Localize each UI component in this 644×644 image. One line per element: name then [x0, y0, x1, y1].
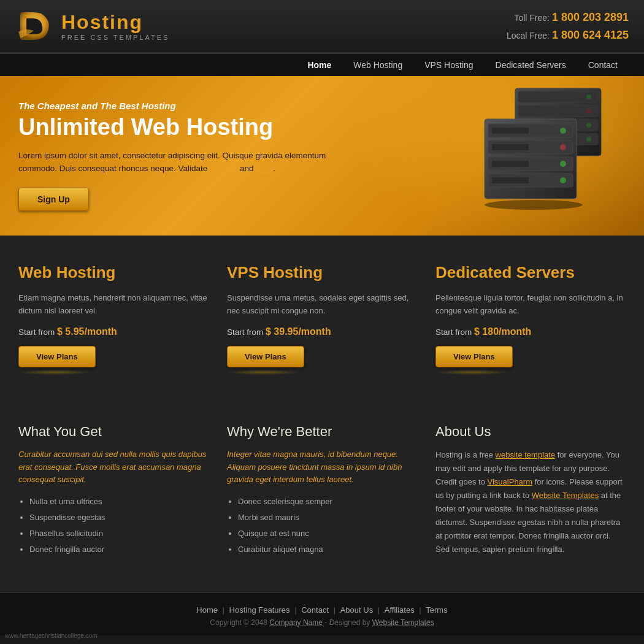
hero-tagline: The Cheapest and The Best Hosting	[18, 101, 337, 111]
about-us-card: About Us Hosting is a free website templ…	[432, 418, 629, 570]
logo-icon	[15, 6, 55, 46]
vps-hosting-price: Start from $ 39.95/month	[227, 326, 417, 337]
web-hosting-card: Web Hosting Etiam magna metus, hendrerit…	[15, 257, 212, 387]
nav-contact[interactable]: Contact	[577, 54, 629, 76]
svg-point-15	[560, 144, 566, 150]
list-item: Nulla et urna ultrices	[29, 494, 209, 510]
hero-title: Unlimited Web Hosting	[18, 115, 337, 140]
about-us-title: About Us	[435, 424, 626, 440]
svg-point-7	[586, 123, 591, 128]
svg-point-22	[485, 200, 583, 210]
company-name-link[interactable]: Company Name	[269, 618, 323, 627]
list-item: Donec fringilla auctor	[29, 542, 209, 558]
server-illustration	[460, 82, 632, 211]
nav-web-hosting[interactable]: Web Hosting	[342, 54, 413, 76]
svg-point-14	[560, 128, 566, 134]
dedicated-servers-view-plans-button[interactable]: View Plans	[435, 346, 513, 367]
svg-rect-21	[492, 177, 529, 183]
nav-dedicated-servers[interactable]: Dedicated Servers	[485, 54, 577, 76]
hero-content: The Cheapest and The Best Hosting Unlimi…	[18, 101, 337, 211]
footer-links: Home | Hosting Features | Contact | Abou…	[15, 605, 629, 615]
footer-contact-link[interactable]: Contact	[301, 605, 329, 615]
hero-description: Lorem ipsum dolor sit amet, consectetur …	[18, 149, 337, 175]
logo-title: Hosting	[61, 11, 169, 34]
footer-separator: |	[378, 605, 382, 615]
svg-rect-1	[518, 91, 598, 102]
what-you-get-desc: Curabitur accumsan dui sed nulla mollis …	[18, 448, 209, 486]
copyright-text: Copyright © 2048	[210, 618, 267, 627]
svg-point-8	[586, 137, 591, 142]
why-better-list: Donec scelerisque semper Morbi sed mauri…	[227, 494, 417, 558]
why-better-card: Why We're Better Integer vitae magna mau…	[224, 418, 420, 570]
page-header: Hosting Free CSS Templates Toll Free: 1 …	[0, 0, 644, 53]
svg-rect-18	[492, 128, 529, 134]
logo-text-area: Hosting Free CSS Templates	[61, 11, 169, 41]
vps-hosting-title: VPS Hosting	[227, 263, 417, 282]
footer-separator: |	[223, 605, 227, 615]
footer-affiliates-link[interactable]: Affiliates	[385, 605, 415, 615]
local-free-label: Local Free:	[507, 31, 550, 40]
nav-vps-hosting[interactable]: VPS Hosting	[413, 54, 484, 76]
web-hosting-price: Start from $ 5.95/month	[18, 326, 209, 337]
logo-subtitle: Free CSS Templates	[61, 34, 169, 41]
toll-free-line: Toll Free: 1 800 203 2891	[507, 9, 629, 26]
footer-terms-link[interactable]: Terms	[426, 605, 447, 615]
watermark: www.heritagechristiancollege.com	[5, 632, 98, 639]
vps-hosting-desc: Suspendisse urna metus, sodales eget sag…	[227, 292, 417, 318]
what-you-get-card: What You Get Curabitur accumsan dui sed …	[15, 418, 212, 570]
svg-point-5	[586, 94, 591, 99]
local-free-number: 1 800 624 4125	[552, 29, 629, 41]
dedicated-servers-desc: Pellentesque ligula tortor, feugiat non …	[435, 292, 626, 318]
dedicated-servers-title: Dedicated Servers	[435, 263, 626, 282]
footer-copyright: Copyright © 2048 Company Name - Designed…	[15, 618, 629, 627]
svg-rect-2	[518, 105, 598, 117]
footer-home-link[interactable]: Home	[196, 605, 218, 615]
visual-pharm-link[interactable]: VisualPharm	[488, 477, 532, 486]
css-link[interactable]: CSS	[256, 164, 273, 173]
list-item: Donec scelerisque semper	[238, 494, 417, 510]
footer-separator: |	[294, 605, 299, 615]
svg-point-16	[560, 161, 566, 167]
web-hosting-view-plans-button[interactable]: View Plans	[18, 346, 96, 367]
signup-button[interactable]: Sign Up	[18, 188, 89, 211]
list-item: Morbi sed mauris	[238, 510, 417, 526]
button-reflection	[18, 370, 92, 375]
dedicated-servers-price: Start from $ 180/month	[435, 326, 626, 337]
about-us-desc: Hosting is a free website template for e…	[435, 448, 626, 557]
what-you-get-list: Nulla et urna ultrices Suspendisse egest…	[18, 494, 209, 558]
vps-hosting-view-plans-button[interactable]: View Plans	[227, 346, 304, 367]
svg-point-17	[560, 177, 566, 183]
svg-rect-20	[492, 161, 529, 167]
logo-area: Hosting Free CSS Templates	[15, 6, 169, 46]
svg-rect-19	[492, 144, 529, 150]
footer-hosting-features-link[interactable]: Hosting Features	[229, 605, 290, 615]
what-you-get-title: What You Get	[18, 424, 209, 440]
list-item: Quisque at est nunc	[238, 526, 417, 542]
main-nav: Home Web Hosting VPS Hosting Dedicated S…	[0, 53, 644, 76]
website-templates-link[interactable]: Website Templates	[532, 491, 599, 500]
vps-hosting-card: VPS Hosting Suspendisse urna metus, soda…	[224, 257, 420, 387]
website-template-link[interactable]: website template	[496, 450, 556, 459]
svg-point-6	[586, 109, 591, 113]
toll-free-label: Toll Free:	[514, 13, 550, 23]
nav-home[interactable]: Home	[296, 54, 342, 76]
list-item: Suspendisse egestas	[29, 510, 209, 526]
web-hosting-desc: Etiam magna metus, hendrerit non aliquam…	[18, 292, 209, 318]
footer-separator: |	[334, 605, 338, 615]
footer-about-link[interactable]: About Us	[340, 605, 373, 615]
designed-by-text: - Designed by	[324, 618, 372, 627]
web-hosting-title: Web Hosting	[18, 263, 209, 282]
toll-free-number: 1 800 203 2891	[552, 11, 629, 23]
main-content: Web Hosting Etiam magna metus, hendrerit…	[0, 236, 644, 592]
why-better-desc: Integer vitae magna mauris, id bibendum …	[227, 448, 417, 486]
xhtml-link[interactable]: XHTML	[210, 164, 237, 173]
page-footer: Home | Hosting Features | Contact | Abou…	[0, 592, 644, 635]
list-item: Curabitur aliquet magna	[238, 542, 417, 558]
designer-link[interactable]: Website Templates	[372, 618, 434, 627]
list-item: Phasellus sollicitudin	[29, 526, 209, 542]
local-free-line: Local Free: 1 800 624 4125	[507, 26, 629, 44]
footer-separator: |	[419, 605, 423, 615]
pricing-section: Web Hosting Etiam magna metus, hendrerit…	[15, 257, 629, 387]
button-reflection	[435, 370, 509, 375]
why-better-title: Why We're Better	[227, 424, 417, 440]
